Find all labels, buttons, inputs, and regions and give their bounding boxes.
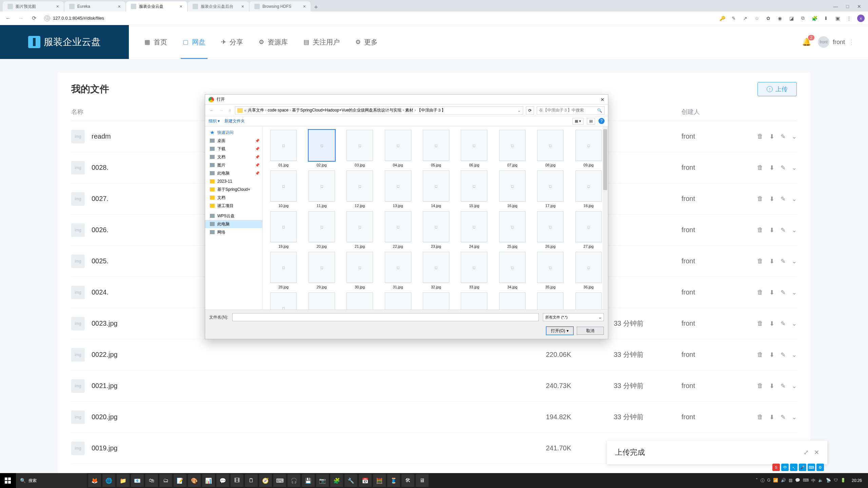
tray-icon[interactable]: 🔊: [781, 478, 786, 484]
delete-icon[interactable]: 🗑: [757, 258, 763, 265]
more-icon[interactable]: ⌄: [792, 226, 797, 234]
browser-tab[interactable]: 图片预览图×: [3, 1, 64, 12]
file-thumbnail[interactable]: ◻22.jpg: [382, 211, 414, 248]
nav-item[interactable]: ✈分享: [221, 25, 243, 59]
tray-icon[interactable]: G: [767, 478, 770, 484]
breadcrumb-item[interactable]: 基于SpringCloud+Hadoop+Vue的企业级网盘系统设计与实现: [292, 108, 401, 113]
download-icon[interactable]: ⬇: [769, 226, 774, 234]
browser-tab[interactable]: Browsing HDFS×: [250, 1, 311, 12]
table-row[interactable]: img 0020.jpg 194.82K 33 分钟前 front 🗑 ⬇ ✎ …: [71, 402, 797, 433]
path-up-button[interactable]: ↑: [228, 108, 232, 113]
more-icon[interactable]: ⌄: [792, 195, 797, 203]
toolbar-icon[interactable]: ⧉: [800, 15, 806, 22]
file-thumbnail[interactable]: ◻31.jpg: [382, 252, 414, 289]
toolbar-icon[interactable]: ⬇: [823, 15, 829, 22]
user-chip[interactable]: front front ⋮: [818, 36, 854, 48]
download-icon[interactable]: ⬇: [769, 164, 774, 171]
file-thumbnail[interactable]: ◻15.jpg: [458, 170, 490, 208]
file-thumbnail[interactable]: ◻29.jpg: [305, 252, 337, 289]
tray-icon[interactable]: 中: [811, 478, 815, 484]
nav-item[interactable]: ▤关注用户: [303, 25, 340, 59]
browser-tab[interactable]: 服装企业云盘×: [126, 1, 187, 12]
breadcrumb-item[interactable]: code space: [268, 108, 288, 113]
toast-close-icon[interactable]: ✕: [814, 449, 819, 456]
file-thumbnail[interactable]: ◻19.jpg: [268, 211, 299, 248]
edit-icon[interactable]: ✎: [781, 133, 786, 140]
taskbar-app[interactable]: 📅: [359, 474, 372, 487]
ime-kbd-icon[interactable]: ⌨: [808, 464, 815, 471]
taskbar-app[interactable]: ⌨: [273, 474, 286, 487]
dialog-search-input[interactable]: 在【中渲由子３】中搜索 🔍: [537, 106, 605, 115]
new-tab-button[interactable]: ＋: [311, 2, 321, 12]
file-thumbnail[interactable]: ◻02.jpg: [305, 130, 337, 167]
edit-icon[interactable]: ✎: [781, 289, 786, 296]
edit-icon[interactable]: ✎: [781, 382, 786, 390]
taskbar-search[interactable]: 🔍 搜索: [16, 473, 87, 488]
file-thumbnail[interactable]: ◻12.jpg: [344, 170, 376, 208]
toolbar-icon[interactable]: ◪: [788, 15, 795, 22]
ime-zh-icon[interactable]: 中: [781, 464, 789, 471]
delete-icon[interactable]: 🗑: [757, 195, 763, 203]
toolbar-icon[interactable]: ☆: [753, 15, 760, 22]
tray-icon[interactable]: 🔈: [818, 478, 823, 484]
file-thumbnail[interactable]: ◻14.jpg: [420, 170, 452, 208]
file-thumbnail[interactable]: ◻32.jpg: [420, 252, 452, 289]
taskbar-app[interactable]: 💾: [302, 474, 315, 487]
file-thumbnail[interactable]: ◻27.jpg: [573, 211, 605, 248]
tray-icon[interactable]: ˄: [756, 478, 758, 484]
edit-icon[interactable]: ✎: [781, 320, 786, 327]
more-icon[interactable]: ⌄: [792, 133, 797, 140]
file-thumbnail[interactable]: ◻26.jpg: [534, 211, 566, 248]
file-filter-select[interactable]: 所有文件 (*.*)⌄: [543, 313, 604, 321]
file-thumbnail[interactable]: ◻05.jpg: [420, 130, 452, 167]
file-thumbnail[interactable]: ◻08.jpg: [534, 130, 566, 167]
breadcrumb-item[interactable]: 素材: [405, 108, 413, 113]
breadcrumb-item[interactable]: 【中渲由子３】: [417, 108, 446, 113]
file-thumbnail[interactable]: ◻10.jpg: [268, 170, 299, 208]
minimize-button[interactable]: —: [833, 4, 838, 9]
dialog-titlebar[interactable]: 打开 ✕: [205, 95, 608, 105]
tray-icon[interactable]: 📶: [773, 478, 778, 484]
tab-close-icon[interactable]: ×: [118, 4, 121, 9]
system-tray[interactable]: ˄ⓘG📶🔊▧💬⌨中🔈📡🛡🔋: [756, 478, 846, 484]
toolbar-icon[interactable]: ◉: [776, 15, 783, 22]
sidebar-item[interactable]: 图片📌: [205, 161, 262, 169]
taskbar-app[interactable]: 🧩: [330, 474, 343, 487]
sidebar-item[interactable]: 文档📌: [205, 153, 262, 161]
file-thumbnail[interactable]: ◻33.jpg: [458, 252, 490, 289]
profile-avatar[interactable]: x: [857, 15, 865, 22]
filename-input[interactable]: [232, 313, 539, 321]
ime-mic-icon[interactable]: 🎤: [799, 464, 806, 471]
file-thumbnail[interactable]: [534, 292, 566, 309]
file-thumbnail[interactable]: ◻04.jpg: [382, 130, 414, 167]
toolbar-icon[interactable]: ⋮: [846, 15, 852, 22]
ime-punct-icon[interactable]: •,: [790, 464, 797, 471]
edit-icon[interactable]: ✎: [781, 195, 786, 203]
notification-bell[interactable]: 🔔 2: [802, 38, 811, 46]
dialog-close-button[interactable]: ✕: [600, 97, 605, 102]
reload-button[interactable]: ⟳: [29, 14, 39, 23]
edit-icon[interactable]: ✎: [781, 226, 786, 234]
nav-item[interactable]: ▦首页: [144, 25, 167, 59]
delete-icon[interactable]: 🗑: [757, 164, 763, 171]
taskbar-app[interactable]: 🗒: [245, 474, 258, 487]
file-thumbnail[interactable]: ◻03.jpg: [344, 130, 376, 167]
dialog-scrollbar[interactable]: [603, 126, 608, 309]
nav-item[interactable]: ⚙资源库: [259, 25, 288, 59]
delete-icon[interactable]: 🗑: [757, 351, 763, 359]
download-icon[interactable]: ⬇: [769, 133, 774, 140]
cancel-button[interactable]: 取消: [577, 327, 604, 335]
file-thumbnail[interactable]: ◻07.jpg: [496, 130, 528, 167]
download-icon[interactable]: ⬇: [769, 289, 774, 296]
site-info-icon[interactable]: ⓘ: [44, 15, 50, 21]
more-icon[interactable]: ⌄: [792, 413, 797, 421]
delete-icon[interactable]: 🗑: [757, 289, 763, 296]
file-thumbnail[interactable]: ◻28.jpg: [268, 252, 299, 289]
file-thumbnail[interactable]: ◻09.jpg: [573, 130, 605, 167]
file-thumbnail[interactable]: ◻23.jpg: [420, 211, 452, 248]
file-thumbnail[interactable]: [496, 292, 528, 309]
download-icon[interactable]: ⬇: [769, 413, 774, 421]
sidebar-item[interactable]: 基于SpringCloud+: [205, 185, 262, 194]
taskbar-app[interactable]: 🧵: [387, 474, 400, 487]
sidebar-item[interactable]: 网络: [205, 228, 262, 236]
